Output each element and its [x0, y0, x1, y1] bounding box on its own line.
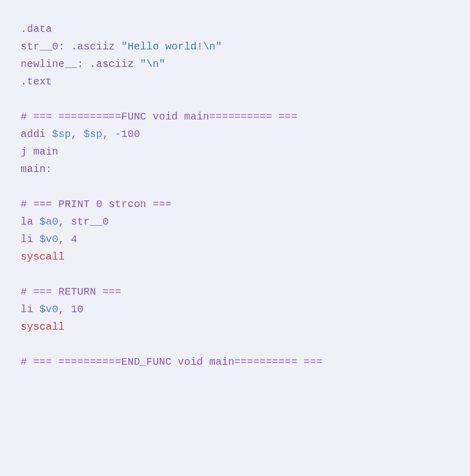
- code-token: [33, 213, 39, 231]
- code-token: [134, 56, 140, 73]
- code-token: str__0:: [21, 38, 64, 56]
- code-token: la: [21, 213, 33, 231]
- code-token: $sp: [52, 126, 71, 143]
- code-line: newline__: .asciiz "\n": [21, 56, 449, 73]
- code-line: # === PRINT 0 strcon ===: [21, 196, 449, 213]
- code-token: [33, 231, 39, 248]
- code-token: "Hello world!\n": [121, 38, 222, 56]
- code-token: $sp: [83, 126, 103, 143]
- code-line: .data: [21, 21, 449, 38]
- code-token: newline__:: [21, 56, 83, 73]
- code-token: .asciiz: [90, 56, 133, 73]
- code-token: j: [21, 143, 27, 161]
- comment-text: # === ==========END_FUNC void main======…: [21, 353, 323, 371]
- code-line: li $v0, 4: [21, 231, 449, 248]
- code-line: syscall: [21, 318, 449, 336]
- code-token: ,: [103, 126, 115, 143]
- code-token: ,: [58, 213, 71, 231]
- code-token: 10: [71, 301, 83, 318]
- code-token: addi: [21, 126, 46, 143]
- directive-keyword: .data: [21, 21, 52, 38]
- syscall-keyword: syscall: [21, 248, 64, 266]
- code-line: la $a0, str__0: [21, 213, 449, 231]
- code-line: main:: [21, 161, 449, 178]
- empty-line: [21, 178, 449, 196]
- code-line: j main: [21, 143, 449, 161]
- empty-line: [21, 336, 449, 353]
- code-line: str__0: .asciiz "Hello world!\n": [21, 38, 449, 56]
- code-token: [46, 126, 52, 143]
- code-token: li: [21, 301, 33, 318]
- code-token: ,: [58, 231, 71, 248]
- comment-text: # === PRINT 0 strcon ===: [21, 196, 172, 213]
- code-token: ,: [58, 301, 71, 318]
- code-line: syscall: [21, 248, 449, 266]
- code-token: $v0: [40, 231, 59, 248]
- code-token: main: [33, 143, 58, 161]
- syscall-keyword: syscall: [21, 318, 64, 336]
- label-text: main:: [21, 161, 52, 178]
- empty-line: [21, 266, 449, 283]
- code-token: .asciiz: [71, 38, 115, 56]
- comment-text: # === ==========FUNC void main==========…: [21, 108, 297, 126]
- code-token: [33, 301, 39, 318]
- code-token: str__0: [71, 213, 109, 231]
- directive-keyword: .text: [21, 73, 52, 91]
- code-token: 4: [71, 231, 77, 248]
- code-token: -100: [115, 126, 140, 143]
- code-container: .datastr__0: .asciiz "Hello world!\n"new…: [0, 0, 470, 476]
- code-line: addi $sp, $sp, -100: [21, 126, 449, 143]
- code-token: ,: [71, 126, 83, 143]
- code-token: "\n": [140, 56, 165, 73]
- code-token: [83, 56, 90, 73]
- code-token: [27, 143, 33, 161]
- code-line: .text: [21, 73, 449, 91]
- code-line: li $v0, 10: [21, 301, 449, 318]
- code-line: # === ==========END_FUNC void main======…: [21, 353, 449, 371]
- code-line: # === RETURN ===: [21, 283, 449, 301]
- code-block: .datastr__0: .asciiz "Hello world!\n"new…: [21, 21, 449, 371]
- comment-text: # === RETURN ===: [21, 283, 121, 301]
- code-token: li: [21, 231, 33, 248]
- code-token: [64, 38, 71, 56]
- code-token: $a0: [40, 213, 59, 231]
- code-token: $v0: [40, 301, 59, 318]
- code-line: # === ==========FUNC void main==========…: [21, 108, 449, 126]
- code-token: [115, 38, 121, 56]
- empty-line: [21, 91, 449, 108]
